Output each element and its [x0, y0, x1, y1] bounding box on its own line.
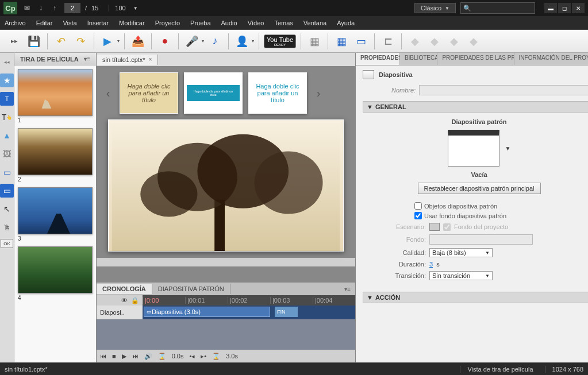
layer3-icon[interactable]: ◆ [445, 33, 463, 50]
undo-button[interactable]: ↶ [52, 33, 70, 50]
track-body[interactable]: ▭ Diapositiva (3.0s) FIN [143, 306, 355, 319]
window-button[interactable]: ▭ [352, 33, 370, 50]
stop-button[interactable]: ■ [112, 353, 116, 359]
menu-audio[interactable]: Audio [221, 20, 237, 26]
zoom-dropdown-icon[interactable]: ▼ [130, 3, 141, 13]
slides-button[interactable]: ▦ [306, 33, 323, 50]
timeline-menu-icon[interactable]: ▾≡ [344, 286, 355, 292]
picture-tool[interactable]: 🖼 [0, 147, 14, 161]
chk-master-objects[interactable]: Objetos diapositiva patrón [414, 202, 588, 210]
play-button[interactable]: ▶ [99, 33, 116, 50]
menu-insertar[interactable]: Insertar [87, 20, 109, 26]
menu-video[interactable]: Vídeo [248, 20, 264, 26]
publish-button[interactable]: 📤 [129, 33, 147, 50]
lock-icon[interactable]: 🔒 [131, 297, 139, 304]
tab-master-slide[interactable]: DIAPOSITIVA PATRÓN [152, 284, 230, 294]
rewind-button[interactable]: ⏮ [100, 353, 106, 359]
slide-thumb-2[interactable]: 2 [18, 128, 93, 183]
snap-button[interactable]: ⊏ [379, 33, 397, 50]
highlight-tool[interactable]: ▭ [0, 165, 14, 179]
tab-close-icon[interactable]: × [149, 56, 152, 63]
duration-value[interactable]: 3 [429, 261, 433, 268]
next-marker[interactable]: ▸• [201, 353, 206, 360]
name-input[interactable] [419, 85, 588, 95]
menu-archivo[interactable]: Archivo [5, 20, 26, 26]
ok-button-tool[interactable]: OK [1, 239, 13, 248]
template-1[interactable]: Haga doble clic para añadir un título [120, 72, 178, 114]
template-3[interactable]: Haga doble clic para añadir un título [248, 72, 307, 114]
audio-icon[interactable]: 🔊 [144, 353, 152, 360]
minimize-button[interactable]: ▬ [544, 3, 557, 13]
search-box[interactable]: 🔍 [460, 2, 535, 14]
template-2[interactable]: Haga doble clic para añadir un título [184, 72, 243, 114]
layer2-icon[interactable]: ◆ [426, 33, 443, 50]
menu-proyecto[interactable]: Proyecto [155, 20, 180, 26]
menu-ayuda[interactable]: Ayuda [337, 20, 355, 26]
page-input[interactable] [64, 3, 80, 13]
panel-menu-icon[interactable]: ▾≡ [84, 56, 90, 62]
tab-library[interactable]: BIBLIOTECA [400, 53, 437, 65]
carousel-next[interactable]: › [313, 76, 324, 110]
menu-editar[interactable]: Editar [36, 20, 53, 26]
layer4-icon[interactable]: ◆ [465, 33, 482, 50]
image-tool[interactable]: ▲ [0, 129, 14, 142]
document-tab[interactable]: sin título1.cptx* × [97, 55, 158, 65]
menu-vista[interactable]: Vista [63, 20, 76, 26]
record-button[interactable]: ● [156, 33, 174, 50]
star-tool[interactable]: ★ [0, 74, 14, 87]
text-caption-tool[interactable]: T [0, 92, 14, 106]
quality-row: Calidad: Baja (8 bits)▼ [368, 248, 588, 257]
tab-project-info[interactable]: INFORMACIÓN DEL PROYEC [514, 53, 588, 65]
transition-dropdown[interactable]: Sin transición▼ [429, 271, 493, 280]
grid-button[interactable]: ▦ [333, 33, 350, 50]
actor-button[interactable]: 👤 [233, 33, 251, 50]
play-button[interactable]: ▶ [122, 353, 126, 360]
menu-temas[interactable]: Temas [274, 20, 293, 26]
redo-button[interactable]: ↷ [72, 33, 89, 50]
eye-icon[interactable]: 👁 [121, 297, 128, 304]
clip-label: Diapositiva (3.0s) [152, 308, 201, 315]
youtube-button[interactable]: You Tube READY [264, 34, 296, 48]
checkbox[interactable] [414, 202, 422, 210]
slide-thumb-3[interactable]: 3 [18, 187, 93, 242]
prev-marker[interactable]: •◂ [189, 353, 195, 360]
pointer-tool[interactable]: ↖ [0, 202, 14, 216]
chk-master-bg[interactable]: Usar fondo diapositiva patrón [414, 212, 588, 219]
tab-timeline[interactable]: CRONOLOGÍA [97, 284, 152, 294]
workspace-dropdown[interactable]: Clásico ▼ [414, 3, 456, 13]
maximize-button[interactable]: ◻ [558, 3, 571, 13]
collapse-icon[interactable]: ◂◂ [0, 55, 14, 69]
mail-icon[interactable]: ✉ [22, 3, 32, 13]
music-button[interactable]: ♪ [206, 33, 224, 50]
quality-dropdown[interactable]: Baja (8 bits)▼ [429, 248, 493, 257]
timeline-clip[interactable]: ▭ Diapositiva (3.0s) [144, 307, 270, 317]
horizontal-scrollbar[interactable] [97, 257, 355, 266]
layer1-icon[interactable]: ◆ [406, 33, 424, 50]
close-button[interactable]: ✕ [572, 3, 585, 13]
tab-properties[interactable]: PROPIEDADES [356, 53, 400, 65]
master-select[interactable]: ▼ [448, 130, 511, 167]
expand-button[interactable]: ▸▸ [6, 33, 23, 50]
section-header[interactable]: ▼ ACCIÓN [363, 292, 588, 303]
menu-modificar[interactable]: Modificar [119, 20, 145, 26]
track-label[interactable]: Diaposi.. [97, 306, 143, 319]
text-entry-tool[interactable]: T👆 [0, 110, 14, 124]
tab-quiz-properties[interactable]: PROPIEDADES DE LAS PRUE [437, 53, 514, 65]
menu-prueba[interactable]: Prueba [190, 20, 210, 26]
section-header[interactable]: ▼ GENERAL [363, 101, 588, 113]
slide-tool[interactable]: ▭ [0, 184, 14, 198]
thumb-image [18, 69, 93, 116]
menu-ventana[interactable]: Ventana [303, 20, 326, 26]
upload-icon[interactable]: ↑ [49, 3, 60, 13]
slide-thumb-4[interactable]: 4 [18, 246, 93, 301]
slide-thumb-1[interactable]: 1 [18, 69, 93, 123]
mic-button[interactable]: 🎤 [183, 33, 201, 50]
download-icon[interactable]: ↓ [36, 3, 46, 13]
reset-master-button[interactable]: Restablecer diapositiva patrón principal [418, 183, 541, 194]
click-tool[interactable]: 🖱 [0, 221, 14, 234]
checkbox[interactable] [414, 212, 422, 219]
main-slide-preview[interactable] [108, 119, 344, 252]
save-button[interactable]: 💾 [25, 33, 43, 50]
forward-button[interactable]: ⏭ [132, 353, 139, 359]
carousel-prev[interactable]: ‹ [102, 76, 114, 110]
